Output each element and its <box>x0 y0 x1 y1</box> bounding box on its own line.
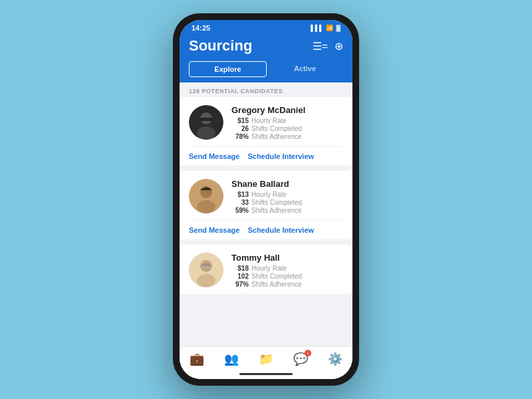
status-time: 14:25 <box>192 24 210 32</box>
adherence-value-2: 59% <box>231 207 249 214</box>
add-candidate-icon[interactable]: ⊕ <box>334 40 343 53</box>
hourly-label-3: Hourly Rate <box>251 265 287 272</box>
hourly-value-2: $13 <box>231 191 249 198</box>
stat-shifts-3: 102 Shifts Completed <box>231 273 343 280</box>
nav-settings[interactable]: ⚙️ <box>328 352 342 366</box>
nav-jobs[interactable]: 💼 <box>190 352 204 366</box>
phone-screen: 14:25 ▌▌▌ 📶 ▓ Sourcing ☰= ⊕ Explore Acti… <box>180 20 352 379</box>
adherence-label-3: Shifts Adherence <box>251 281 302 288</box>
avatar-3 <box>189 253 223 287</box>
status-icons: ▌▌▌ 📶 ▓ <box>311 25 340 31</box>
candidate-card-1: Gregory McDaniel $15 Hourly Rate 26 Shif… <box>180 97 352 166</box>
svg-point-9 <box>197 274 215 287</box>
stat-hourly-3: $18 Hourly Rate <box>231 265 343 272</box>
settings-icon: ⚙️ <box>328 352 342 366</box>
candidate-details-3: Tommy Hall $18 Hourly Rate 102 Shifts Co… <box>231 253 343 289</box>
tab-active[interactable]: Active <box>267 61 343 77</box>
home-indicator <box>180 370 352 379</box>
candidate-name-3: Tommy Hall <box>231 253 343 263</box>
stat-shifts-2: 33 Shifts Completed <box>231 199 343 206</box>
shifts-value-3: 102 <box>231 273 249 280</box>
nav-candidates[interactable]: 👥 <box>224 352 239 366</box>
hourly-value-3: $18 <box>231 265 249 272</box>
card-actions-2: Send Message Schedule Interview <box>189 220 343 234</box>
shifts-label-3: Shifts Completed <box>251 273 302 280</box>
stat-hourly-2: $13 Hourly Rate <box>231 191 343 198</box>
tabs-container: Explore Active <box>180 61 352 82</box>
send-message-btn-1[interactable]: Send Message <box>189 152 239 160</box>
wifi-icon: 📶 <box>326 25 333 31</box>
candidate-info-1: Gregory McDaniel $15 Hourly Rate 26 Shif… <box>189 105 343 141</box>
stat-adherence-2: 59% Shifts Adherence <box>231 207 343 214</box>
adherence-label-1: Shifts Adherence <box>251 133 302 140</box>
candidate-details-2: Shane Ballard $13 Hourly Rate 33 Shifts … <box>231 179 343 215</box>
home-bar <box>239 373 293 375</box>
hourly-label-1: Hourly Rate <box>251 117 287 124</box>
svg-point-2 <box>197 126 215 140</box>
message-badge: 1 <box>305 350 311 356</box>
candidates-count: 126 POTENTIAL CANDIDATES <box>180 82 352 97</box>
stat-adherence-3: 97% Shifts Adherence <box>231 281 343 288</box>
shifts-label-2: Shifts Completed <box>251 199 302 206</box>
briefcase-icon: 💼 <box>190 352 204 366</box>
candidate-card-3: Tommy Hall $18 Hourly Rate 102 Shifts Co… <box>180 245 352 294</box>
candidate-name-1: Gregory McDaniel <box>231 105 343 115</box>
phone-frame: 14:25 ▌▌▌ 📶 ▓ Sourcing ☰= ⊕ Explore Acti… <box>173 13 359 386</box>
battery-icon: ▓ <box>336 25 340 31</box>
people-icon: 👥 <box>224 352 239 366</box>
adherence-value-1: 78% <box>231 133 249 140</box>
schedule-interview-btn-1[interactable]: Schedule Interview <box>247 152 314 160</box>
stat-adherence-1: 78% Shifts Adherence <box>231 133 343 140</box>
svg-rect-3 <box>200 118 213 121</box>
hourly-label-2: Hourly Rate <box>251 191 287 198</box>
stat-shifts-1: 26 Shifts Completed <box>231 125 343 132</box>
nav-messages[interactable]: 💬 1 <box>293 352 308 366</box>
shifts-value-1: 26 <box>231 125 249 132</box>
nav-sourcing[interactable]: 📁 <box>259 352 273 366</box>
svg-point-6 <box>197 200 215 213</box>
page-title: Sourcing <box>189 37 252 55</box>
candidate-name-2: Shane Ballard <box>231 179 343 189</box>
adherence-value-3: 97% <box>231 281 249 288</box>
hourly-value-1: $15 <box>231 117 249 124</box>
candidate-info-3: Tommy Hall $18 Hourly Rate 102 Shifts Co… <box>189 253 343 289</box>
card-actions-1: Send Message Schedule Interview <box>189 146 343 160</box>
avatar-1 <box>189 105 223 140</box>
schedule-interview-btn-2[interactable]: Schedule Interview <box>247 226 314 234</box>
header: Sourcing ☰= ⊕ <box>180 35 352 61</box>
candidate-details-1: Gregory McDaniel $15 Hourly Rate 26 Shif… <box>231 105 343 141</box>
filter-icon[interactable]: ☰= <box>313 40 328 53</box>
status-bar: 14:25 ▌▌▌ 📶 ▓ <box>180 20 352 35</box>
header-actions: ☰= ⊕ <box>313 40 343 53</box>
shifts-label-1: Shifts Completed <box>251 125 302 132</box>
send-message-btn-2[interactable]: Send Message <box>189 226 239 234</box>
shifts-value-2: 33 <box>231 199 249 206</box>
adherence-label-2: Shifts Adherence <box>251 207 302 214</box>
candidate-info-2: Shane Ballard $13 Hourly Rate 33 Shifts … <box>189 179 343 215</box>
bottom-nav: 💼 👥 📁 💬 1 ⚙️ <box>180 346 352 370</box>
candidates-list: Gregory McDaniel $15 Hourly Rate 26 Shif… <box>180 97 352 346</box>
signal-icon: ▌▌▌ <box>311 25 323 31</box>
folder-icon: 📁 <box>259 352 273 366</box>
avatar-2 <box>189 179 223 213</box>
candidate-card-2: Shane Ballard $13 Hourly Rate 33 Shifts … <box>180 171 352 239</box>
tab-explore[interactable]: Explore <box>189 61 267 77</box>
stat-hourly-1: $15 Hourly Rate <box>231 117 343 124</box>
